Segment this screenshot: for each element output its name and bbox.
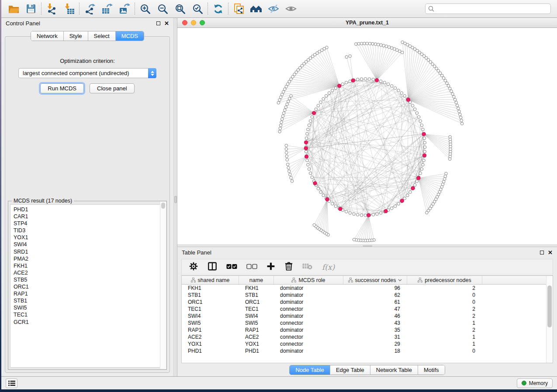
home-button[interactable] bbox=[247, 2, 265, 16]
graph-node[interactable] bbox=[285, 155, 288, 158]
graph-node[interactable] bbox=[376, 213, 379, 216]
graph-node[interactable] bbox=[353, 213, 356, 216]
vertical-splitter[interactable] bbox=[173, 18, 177, 376]
graph-node[interactable] bbox=[460, 119, 463, 122]
node-table[interactable]: shared namenameMCDS rolesuccessor nodesp… bbox=[181, 275, 553, 363]
graph-node[interactable] bbox=[403, 197, 406, 200]
graph-node[interactable] bbox=[379, 212, 382, 215]
graph-node[interactable] bbox=[401, 51, 404, 54]
graph-node[interactable] bbox=[390, 207, 393, 210]
zoom-fit-button[interactable] bbox=[171, 2, 189, 16]
import-network-button[interactable] bbox=[43, 2, 60, 16]
graph-node[interactable] bbox=[364, 78, 367, 81]
float-panel-icon[interactable] bbox=[156, 21, 160, 25]
dominator-node[interactable] bbox=[423, 154, 426, 157]
graph-node[interactable] bbox=[385, 45, 388, 48]
search-box[interactable] bbox=[425, 3, 551, 14]
graph-node[interactable] bbox=[442, 77, 445, 80]
graph-node[interactable] bbox=[444, 175, 447, 178]
graph-node[interactable] bbox=[456, 104, 459, 107]
graph-node[interactable] bbox=[387, 46, 391, 49]
dominator-node[interactable] bbox=[351, 79, 355, 82]
deselect-all-button[interactable] bbox=[246, 263, 257, 271]
tab-mcds[interactable]: MCDS bbox=[116, 31, 144, 41]
result-node[interactable]: FKH1 bbox=[14, 262, 164, 269]
graph-node[interactable] bbox=[419, 120, 422, 123]
graph-node[interactable] bbox=[279, 127, 282, 130]
result-node[interactable]: TEC1 bbox=[14, 311, 164, 318]
select-all-button[interactable] bbox=[226, 263, 237, 271]
graph-node[interactable] bbox=[357, 42, 360, 45]
graph-node[interactable] bbox=[290, 176, 293, 179]
dominator-node[interactable] bbox=[411, 186, 415, 190]
graph-node[interactable] bbox=[305, 137, 308, 140]
graph-node[interactable] bbox=[377, 43, 380, 46]
graph-node[interactable] bbox=[390, 47, 393, 50]
graph-node[interactable] bbox=[325, 94, 328, 97]
graph-node[interactable] bbox=[345, 55, 348, 58]
graph-node[interactable] bbox=[284, 106, 287, 109]
close-panel-icon[interactable]: ✕ bbox=[164, 21, 169, 26]
open-button[interactable] bbox=[5, 2, 22, 16]
graph-node[interactable] bbox=[280, 121, 283, 124]
graph-node[interactable] bbox=[451, 93, 454, 96]
horizontal-splitter[interactable] bbox=[177, 244, 557, 247]
graph-node[interactable] bbox=[356, 78, 359, 81]
graph-node[interactable] bbox=[446, 82, 449, 85]
graph-node[interactable] bbox=[286, 103, 289, 106]
dominator-node[interactable] bbox=[339, 207, 342, 210]
graph-node[interactable] bbox=[360, 42, 363, 45]
graph-node[interactable] bbox=[334, 205, 337, 208]
hide-panel-button[interactable] bbox=[265, 2, 282, 16]
graph-node[interactable] bbox=[285, 148, 288, 151]
graph-node[interactable] bbox=[278, 99, 281, 102]
dominator-node[interactable] bbox=[417, 176, 420, 180]
result-node[interactable]: SRD1 bbox=[14, 248, 164, 255]
dominator-node[interactable] bbox=[304, 147, 308, 150]
result-node[interactable]: ORC1 bbox=[14, 283, 164, 290]
graph-node[interactable] bbox=[372, 78, 375, 81]
graph-node[interactable] bbox=[304, 150, 308, 153]
table-row[interactable]: RAP1RAP1dominator352 bbox=[182, 327, 553, 334]
graph-node[interactable] bbox=[285, 151, 288, 154]
column-header-shared-name[interactable]: shared name bbox=[182, 276, 239, 284]
result-node[interactable]: SWI5 bbox=[14, 304, 164, 311]
graph-node[interactable] bbox=[445, 172, 448, 175]
graph-node[interactable] bbox=[286, 158, 289, 162]
table-row[interactable]: SWI5SWI5connector431 bbox=[182, 320, 553, 327]
column-header-MCDS-role[interactable]: MCDS role bbox=[274, 276, 343, 284]
tab-motifs[interactable]: Motifs bbox=[418, 365, 445, 375]
result-node[interactable]: CAR1 bbox=[14, 213, 164, 220]
graph-node[interactable] bbox=[415, 112, 419, 115]
zoom-selected-button[interactable] bbox=[189, 2, 206, 16]
close-panel-button[interactable]: Close panel bbox=[90, 83, 135, 93]
graph-node[interactable] bbox=[282, 90, 285, 93]
graph-node[interactable] bbox=[289, 173, 292, 176]
task-history-button[interactable] bbox=[6, 378, 17, 388]
graph-node[interactable] bbox=[423, 137, 426, 140]
graph-node[interactable] bbox=[363, 42, 366, 45]
export-table-button[interactable] bbox=[98, 2, 116, 16]
table-row[interactable]: STB1STB1dominator620 bbox=[182, 292, 553, 299]
graph-node[interactable] bbox=[345, 210, 348, 213]
graph-node[interactable] bbox=[453, 98, 457, 101]
graph-node[interactable] bbox=[288, 97, 291, 100]
duplicate-network-button[interactable] bbox=[230, 2, 247, 16]
graph-node[interactable] bbox=[457, 107, 460, 110]
graph-node[interactable] bbox=[366, 42, 369, 45]
tab-edge-table[interactable]: Edge Table bbox=[330, 365, 370, 375]
dominator-node[interactable] bbox=[325, 198, 329, 201]
graph-node[interactable] bbox=[280, 93, 284, 96]
delete-column-button[interactable] bbox=[284, 261, 293, 273]
graph-node[interactable] bbox=[394, 86, 397, 89]
graph-node[interactable] bbox=[279, 96, 282, 99]
graph-node[interactable] bbox=[325, 46, 329, 49]
dominator-node[interactable] bbox=[384, 210, 387, 213]
graph-node[interactable] bbox=[426, 211, 429, 214]
dominator-node[interactable] bbox=[400, 199, 404, 203]
graph-node[interactable] bbox=[286, 163, 289, 166]
graph-node[interactable] bbox=[353, 238, 356, 241]
graph-node[interactable] bbox=[328, 92, 331, 95]
zoom-in-button[interactable] bbox=[136, 2, 154, 16]
dominator-node[interactable] bbox=[375, 79, 378, 82]
